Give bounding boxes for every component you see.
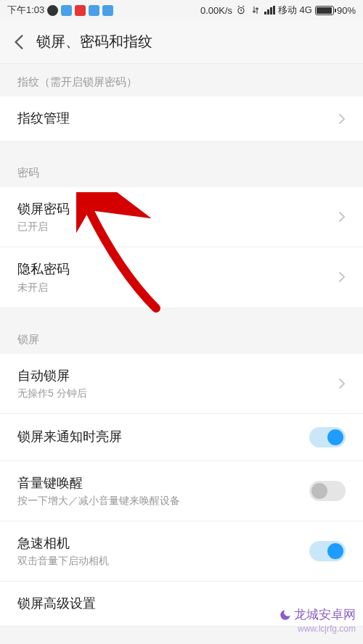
row-title: 自动锁屏 <box>17 367 333 385</box>
row-subtitle: 双击音量下启动相机 <box>17 555 309 568</box>
app-tray-icon <box>75 5 86 16</box>
row-title: 指纹管理 <box>17 110 333 128</box>
page-title: 锁屏、密码和指纹 <box>36 32 152 51</box>
battery-icon <box>315 6 334 15</box>
row-quick-camera[interactable]: 急速相机 双击音量下启动相机 <box>0 521 363 582</box>
section-header-fingerprint: 指纹（需开启锁屏密码） <box>0 64 363 96</box>
status-left: 下午1:03 <box>7 4 113 17</box>
chevron-left-icon <box>14 34 24 50</box>
chevron-right-icon <box>338 271 346 283</box>
row-title: 锁屏密码 <box>17 200 333 218</box>
data-icon <box>250 4 261 16</box>
row-title: 锁屏来通知时亮屏 <box>17 428 309 446</box>
row-title: 音量键唤醒 <box>17 474 309 492</box>
carrier-label: 移动 4G <box>278 4 312 17</box>
network-speed: 0.00K/s <box>200 5 232 16</box>
section-gap <box>0 308 363 321</box>
battery-percent: 90% <box>337 5 356 16</box>
back-button[interactable] <box>9 32 29 52</box>
section-header-lockscreen: 锁屏 <box>0 321 363 354</box>
row-subtitle: 无操作5 分钟后 <box>17 387 333 400</box>
section-gap <box>0 141 363 154</box>
page-header: 锁屏、密码和指纹 <box>0 20 363 64</box>
row-volume-wake[interactable]: 音量键唤醒 按一下增大／减小音量键来唤醒设备 <box>0 461 363 521</box>
app-tray-icon <box>47 5 58 16</box>
toggle-wake-on-notify[interactable] <box>309 427 346 447</box>
row-subtitle: 已开启 <box>17 220 333 234</box>
status-time: 下午1:03 <box>7 4 44 17</box>
row-subtitle: 未开启 <box>17 281 333 294</box>
chevron-right-icon <box>338 211 346 223</box>
section-header-password: 密码 <box>0 154 363 187</box>
signal-icon <box>264 6 275 15</box>
row-title: 隐私密码 <box>17 260 333 278</box>
toggle-quick-camera[interactable] <box>309 541 346 561</box>
status-right: 0.00K/s 移动 4G 90% <box>200 4 356 17</box>
status-bar: 下午1:03 0.00K/s 移动 4G 90% <box>0 0 363 20</box>
row-title: 急速相机 <box>17 534 309 553</box>
app-tray-icon <box>102 5 113 16</box>
app-tray-icon <box>61 5 72 16</box>
row-lockscreen-password[interactable]: 锁屏密码 已开启 <box>0 187 363 247</box>
row-title: 锁屏高级设置 <box>17 595 346 613</box>
row-privacy-password[interactable]: 隐私密码 未开启 <box>0 247 363 307</box>
row-advanced-lockscreen[interactable]: 锁屏高级设置 <box>0 582 363 627</box>
chevron-right-icon <box>338 113 346 125</box>
app-tray-icon <box>89 5 99 16</box>
row-wake-on-notify[interactable]: 锁屏来通知时亮屏 <box>0 414 363 461</box>
chevron-right-icon <box>338 378 346 389</box>
toggle-volume-wake[interactable] <box>309 481 346 501</box>
row-fingerprint-manage[interactable]: 指纹管理 <box>0 96 363 141</box>
alarm-icon <box>235 4 247 16</box>
row-auto-lock[interactable]: 自动锁屏 无操作5 分钟后 <box>0 354 363 414</box>
row-subtitle: 按一下增大／减小音量键来唤醒设备 <box>17 495 309 508</box>
